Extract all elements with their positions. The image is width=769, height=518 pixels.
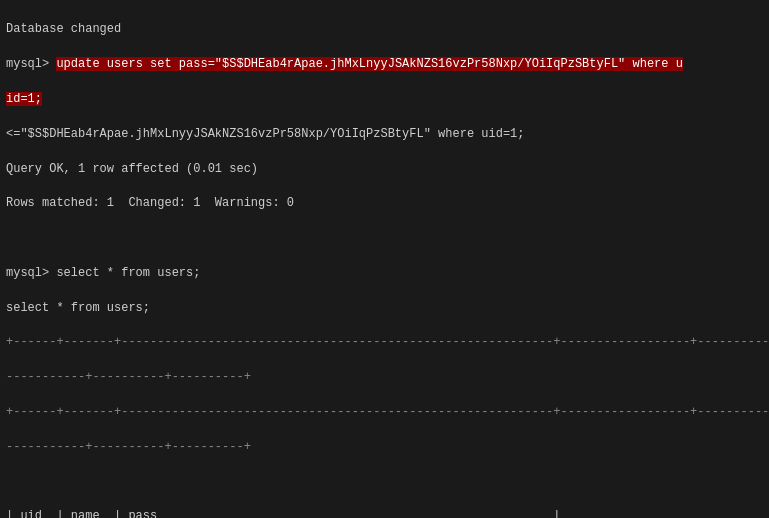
line-sep1b: -----------+----------+----------+ <box>6 369 763 386</box>
line-query-ok: Query OK, 1 row affected (0.01 sec) <box>6 161 763 178</box>
line-blank1 <box>6 230 763 247</box>
line-select-cmd: mysql> select * from users; <box>6 265 763 282</box>
line-blank2 <box>6 474 763 491</box>
line-select-echo: select * from users; <box>6 300 763 317</box>
line-update-cmd: mysql> update users set pass="$S$DHEab4r… <box>6 56 763 73</box>
terminal: Database changed mysql> update users set… <box>0 0 769 518</box>
line-set-val: <="$S$DHEab4rApae.jhMxLnyyJSAkNZS16vzPr5… <box>6 126 763 143</box>
line-db-changed: Database changed <box>6 21 763 38</box>
line-rows-matched: Rows matched: 1 Changed: 1 Warnings: 0 <box>6 195 763 212</box>
line-uid: id=1; <box>6 91 763 108</box>
line-header1: | uid | name | pass | | mail | <box>6 508 763 518</box>
line-sep2b: -----------+----------+----------+ <box>6 439 763 456</box>
line-sep1: +------+-------+------------------------… <box>6 334 763 351</box>
line-sep2: +------+-------+------------------------… <box>6 404 763 421</box>
